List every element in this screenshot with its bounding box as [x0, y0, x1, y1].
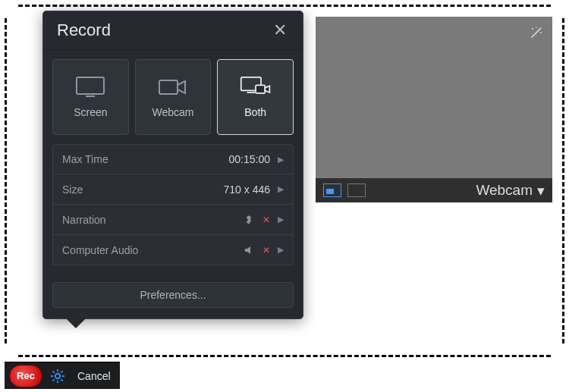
magic-wand-button[interactable] — [527, 23, 546, 42]
svg-point-11 — [55, 373, 60, 378]
corner-handle[interactable] — [551, 343, 564, 357]
preferences-label: Preferences... — [140, 289, 206, 301]
svg-rect-7 — [247, 92, 255, 93]
svg-rect-5 — [159, 80, 178, 94]
svg-line-16 — [53, 371, 55, 372]
camera-icon — [157, 76, 189, 99]
mode-screen[interactable]: Screen — [52, 59, 129, 135]
svg-point-2 — [536, 27, 537, 28]
svg-line-19 — [53, 379, 55, 381]
corner-handle[interactable] — [5, 5, 18, 18]
disabled-x-icon: ✕ — [262, 215, 270, 225]
cancel-button[interactable]: Cancel — [73, 370, 115, 382]
svg-rect-8 — [256, 85, 265, 93]
record-popover: Record ✕ Screen Webcam Both Max Time 00:… — [42, 11, 303, 319]
mode-label: Screen — [74, 106, 107, 118]
setting-max-time[interactable]: Max Time 00:15:00 ▶ — [52, 144, 294, 174]
close-button[interactable]: ✕ — [271, 20, 289, 40]
svg-rect-4 — [86, 96, 95, 97]
monitor-icon — [74, 76, 106, 99]
webcam-source-label: Webcam — [476, 182, 533, 199]
setting-label: Computer Audio — [62, 244, 244, 256]
chevron-right-icon: ▶ — [278, 215, 284, 224]
svg-rect-10 — [247, 218, 251, 224]
record-button[interactable]: Rec — [9, 365, 42, 387]
popover-header: Record ✕ — [43, 11, 303, 50]
preferences-button[interactable]: Preferences... — [52, 282, 294, 308]
chevron-right-icon: ▶ — [278, 155, 284, 165]
layout-option-pip[interactable] — [323, 183, 341, 197]
setting-size[interactable]: Size 710 x 446 ▶ — [52, 174, 294, 205]
chevron-down-icon: ▾ — [537, 182, 545, 199]
mode-label: Webcam — [152, 106, 194, 118]
mode-both[interactable]: Both — [217, 59, 294, 135]
corner-handle[interactable] — [5, 343, 18, 357]
chevron-right-icon: ▶ — [278, 245, 284, 255]
webcam-source-dropdown[interactable]: Webcam ▾ — [476, 182, 545, 199]
chevron-right-icon: ▶ — [278, 184, 284, 194]
svg-line-18 — [61, 371, 62, 372]
speaker-off-icon: ✕ — [244, 245, 270, 256]
webcam-toolbar: Webcam ▾ — [316, 178, 552, 202]
microphone-off-icon: ✕ — [244, 214, 270, 226]
record-button-label: Rec — [17, 370, 35, 381]
cancel-label: Cancel — [77, 370, 111, 382]
webcam-panel: Webcam ▾ — [316, 17, 552, 202]
screen-and-camera-icon — [240, 76, 272, 99]
setting-value: 00:15:00 — [229, 153, 271, 165]
bottom-toolbar: Rec Cancel — [5, 362, 120, 389]
svg-point-0 — [532, 28, 533, 30]
layout-option-full[interactable] — [347, 183, 366, 197]
popover-title: Record — [57, 20, 111, 40]
setting-computer-audio[interactable]: Computer Audio ✕ ▶ — [52, 235, 294, 265]
setting-narration[interactable]: Narration ✕ ▶ — [52, 205, 294, 235]
setting-label: Size — [62, 183, 224, 196]
settings-list: Max Time 00:15:00 ▶ Size 710 x 446 ▶ Nar… — [43, 144, 303, 274]
popover-pointer — [66, 318, 86, 328]
setting-label: Narration — [62, 214, 244, 226]
record-mode-row: Screen Webcam Both — [43, 50, 303, 144]
webcam-preview — [316, 17, 552, 178]
corner-handle[interactable] — [551, 5, 564, 18]
setting-label: Max Time — [62, 153, 229, 165]
setting-value: 710 x 446 — [224, 183, 271, 196]
settings-gear-button[interactable] — [47, 368, 68, 384]
disabled-x-icon: ✕ — [262, 245, 270, 256]
mode-webcam[interactable]: Webcam — [135, 59, 212, 135]
svg-line-17 — [61, 379, 62, 381]
svg-point-1 — [540, 32, 542, 33]
svg-rect-3 — [77, 77, 104, 94]
mode-label: Both — [244, 106, 266, 118]
